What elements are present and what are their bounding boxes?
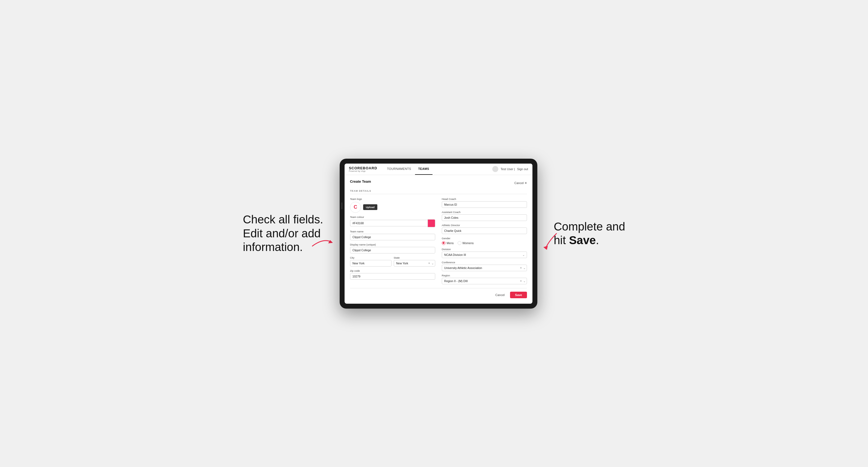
state-label: State (394, 256, 435, 259)
svg-marker-0 (328, 240, 333, 243)
assistant-coach-label: Assistant Coach (442, 211, 527, 214)
nav-links: TOURNAMENTS TEAMS (384, 164, 493, 175)
color-swatch[interactable] (428, 219, 435, 227)
annotation-right-wrap: Complete and hit Save. (554, 220, 625, 247)
sign-out-link[interactable]: Sign out (517, 167, 528, 171)
zip-label: Zip code (350, 269, 435, 272)
page-title: Create Team (350, 180, 371, 184)
header-row: Create Team Cancel ✕ (350, 180, 527, 187)
city-state-row: City State ✕ ⌄ (350, 256, 435, 267)
tablet-screen: SCOREBOARD Powered by clipp TOURNAMENTS … (345, 164, 532, 304)
display-name-input[interactable] (350, 247, 435, 253)
logo-area: SCOREBOARD Powered by clipp (349, 166, 377, 172)
svg-marker-1 (544, 246, 548, 250)
right-arrow-icon (540, 231, 562, 253)
head-coach-label: Head Coach (442, 197, 527, 200)
gender-mens-radio[interactable] (442, 241, 445, 245)
color-input-row (350, 219, 435, 227)
state-select-wrapper: ✕ ⌄ (394, 260, 435, 267)
region-select-wrapper: ✕ ⌄ (442, 278, 527, 284)
user-label: Test User | (500, 167, 515, 171)
division-label: Division (442, 248, 527, 251)
nav-right: Test User | Sign out (492, 166, 528, 172)
conference-input[interactable] (442, 264, 527, 271)
assistant-coach-group: Assistant Coach (442, 211, 527, 221)
user-avatar (492, 166, 498, 172)
athletic-director-label: Athletic Director (442, 224, 527, 227)
close-icon: ✕ (525, 181, 527, 185)
upload-button[interactable]: Upload (363, 204, 377, 210)
gender-label: Gender (442, 237, 527, 240)
form-left: Team logo C Upload Team colour (350, 197, 435, 284)
gender-row: Mens Womens (442, 241, 527, 245)
header-cancel-button[interactable]: Cancel ✕ (515, 181, 527, 185)
head-coach-input[interactable] (442, 201, 527, 208)
team-colour-group: Team colour (350, 216, 435, 227)
section-header: TEAM DETAILS (350, 190, 527, 194)
gender-mens-option[interactable]: Mens (442, 241, 454, 245)
save-button[interactable]: Save (510, 292, 527, 298)
form-grid: Team logo C Upload Team colour (350, 197, 527, 284)
region-label: Region (442, 274, 527, 277)
nav-teams[interactable]: TEAMS (415, 164, 433, 175)
athletic-director-input[interactable] (442, 227, 527, 234)
left-arrow-icon (310, 235, 334, 249)
annotation-right: Complete and hit Save. (554, 220, 625, 247)
conference-group: Conference ✕ ⌄ (442, 261, 527, 271)
logo-sub: Powered by clipp (349, 170, 377, 172)
color-text-input[interactable] (350, 220, 428, 226)
city-input[interactable] (350, 260, 392, 267)
division-input[interactable] (442, 251, 527, 258)
team-name-group: Team name (350, 230, 435, 240)
division-group: Division (442, 248, 527, 258)
state-group: State ✕ ⌄ (394, 256, 435, 267)
team-name-input[interactable] (350, 234, 435, 240)
team-name-label: Team name (350, 230, 435, 233)
gender-womens-option[interactable]: Womens (458, 241, 474, 245)
city-group: City (350, 256, 392, 267)
region-input[interactable] (442, 278, 527, 284)
conference-label: Conference (442, 261, 527, 264)
city-label: City (350, 256, 392, 259)
tablet-frame: SCOREBOARD Powered by clipp TOURNAMENTS … (340, 159, 537, 309)
cancel-button[interactable]: Cancel (493, 292, 507, 298)
conference-clear-icon[interactable]: ✕ (520, 267, 522, 269)
team-logo-circle: C (350, 202, 361, 213)
team-colour-label: Team colour (350, 216, 435, 218)
logo-upload-area: C Upload (350, 202, 435, 213)
form-footer: Cancel Save (350, 288, 527, 299)
head-coach-group: Head Coach (442, 197, 527, 208)
region-group: Region ✕ ⌄ (442, 274, 527, 284)
conference-select-wrapper: ✕ ⌄ (442, 264, 527, 271)
main-content: Create Team Cancel ✕ TEAM DETAILS Team l… (345, 175, 532, 304)
state-clear-icon[interactable]: ✕ (428, 262, 430, 264)
logo-text: SCOREBOARD (349, 166, 377, 170)
athletic-director-group: Athletic Director (442, 224, 527, 234)
division-select-wrapper (442, 251, 527, 258)
region-clear-icon[interactable]: ✕ (520, 280, 522, 282)
assistant-coach-input[interactable] (442, 214, 527, 221)
form-right: Head Coach Assistant Coach Athletic Dire… (442, 197, 527, 284)
display-name-group: Display name (unique) (350, 243, 435, 253)
gender-group: Gender Mens Womens (442, 237, 527, 245)
display-name-label: Display name (unique) (350, 243, 435, 246)
team-logo-group: Team logo C Upload (350, 197, 435, 213)
zip-code-group: Zip code (350, 269, 435, 280)
zip-input[interactable] (350, 273, 435, 280)
team-logo-label: Team logo (350, 197, 435, 200)
nav-tournaments[interactable]: TOURNAMENTS (384, 164, 414, 175)
gender-womens-radio[interactable] (458, 241, 461, 245)
navbar: SCOREBOARD Powered by clipp TOURNAMENTS … (345, 164, 532, 175)
